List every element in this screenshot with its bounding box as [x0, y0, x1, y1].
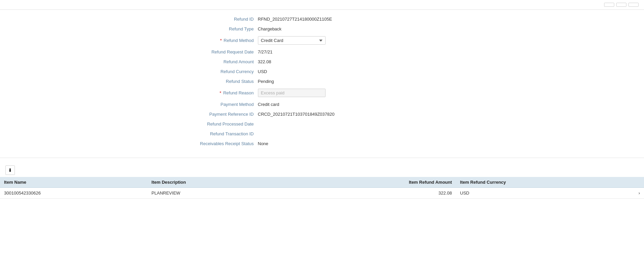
table-cell-3: USD	[456, 188, 634, 199]
form-row: Refund StatusPending	[170, 79, 474, 84]
form-label-refund-processed-date: Refund Processed Date	[170, 121, 258, 127]
form-label-refund-id: Refund ID	[170, 17, 258, 22]
form-row: Receivables Receipt StatusNone	[170, 141, 474, 146]
table-column-0: Item Name	[0, 177, 147, 188]
table-header: Item NameItem DescriptionItem Refund Amo…	[0, 177, 644, 188]
table-column-1: Item Description	[147, 177, 287, 188]
void-refund-button[interactable]	[628, 3, 639, 7]
table-cell-2: 322.08	[287, 188, 456, 199]
form-label-refund-status: Refund Status	[170, 79, 258, 84]
table-column-2: Item Refund Amount	[287, 177, 456, 188]
form-row: Refund IDRFND_20210727T214180000Z1105E	[170, 17, 474, 22]
form-label-payment-reference-id: Payment Reference ID	[170, 112, 258, 117]
form-value-refund-id: RFND_20210727T214180000Z1105E	[258, 17, 332, 22]
form-value-receivables-receipt-status: None	[258, 141, 268, 146]
form-label-refund-reason: * Refund Reason	[170, 90, 258, 95]
form-row: Refund Processed Date	[170, 121, 474, 127]
form-row: Refund Transaction ID	[170, 131, 474, 136]
form-label-refund-request-date: Refund Request Date	[170, 49, 258, 54]
form-label-refund-transaction-id: Refund Transaction ID	[170, 131, 258, 136]
table-column-3: Item Refund Currency	[456, 177, 634, 188]
table-cell-1: PLANREVIEW	[147, 188, 287, 199]
refund-reason-input[interactable]	[258, 89, 326, 97]
form-value-refund-request-date: 7/27/21	[258, 49, 272, 54]
table-cell-0: 3001005423306​26	[0, 188, 147, 199]
top-bar	[0, 0, 644, 10]
form-row: Payment MethodCredit card	[170, 102, 474, 107]
cancel-button[interactable]	[604, 3, 614, 7]
form-value-refund-currency: USD	[258, 69, 267, 74]
refund-method-select[interactable]: Credit CardCheckWire Transfer	[258, 36, 326, 45]
form-label-refund-method: * Refund Method	[170, 38, 258, 43]
row-navigate-arrow[interactable]: ›	[634, 188, 644, 199]
refund-lines-section-title	[0, 158, 644, 163]
form-label-receivables-receipt-status: Receivables Receipt Status	[170, 141, 258, 146]
download-button[interactable]: ⬇	[5, 165, 15, 175]
form-value-refund-amount: 322.08	[258, 59, 271, 64]
table-row[interactable]: 3001005423306​26PLANREVIEW322.08USD›	[0, 188, 644, 199]
form-value-refund-status: Pending	[258, 79, 274, 84]
form-value-refund-type: Chargeback	[258, 26, 282, 31]
refund-detail-form: Refund IDRFND_20210727T214180000Z1105ERe…	[170, 10, 474, 154]
form-label-refund-currency: Refund Currency	[170, 69, 258, 74]
refund-lines-table: Item NameItem DescriptionItem Refund Amo…	[0, 177, 644, 199]
form-value-payment-reference-id: CRCD_20210721T103701849Z037820	[258, 112, 335, 117]
refund-lines-toolbar: ⬇	[0, 163, 644, 177]
table-column-arrow	[634, 177, 644, 188]
form-row: Refund CurrencyUSD	[170, 69, 474, 74]
form-row: Refund TypeChargeback	[170, 26, 474, 31]
table-body: 3001005423306​26PLANREVIEW322.08USD›	[0, 188, 644, 199]
required-indicator: *	[219, 90, 222, 95]
form-row: Refund Amount322.08	[170, 59, 474, 64]
form-label-refund-amount: Refund Amount	[170, 59, 258, 64]
form-row: * Refund MethodCredit CardCheckWire Tran…	[170, 36, 474, 45]
process-refund-button[interactable]	[616, 3, 626, 7]
form-label-refund-type: Refund Type	[170, 26, 258, 31]
form-row: * Refund Reason	[170, 89, 474, 97]
form-value-payment-method: Credit card	[258, 102, 280, 107]
form-row: Refund Request Date7/27/21	[170, 49, 474, 54]
download-icon: ⬇	[8, 167, 12, 173]
required-indicator: *	[220, 38, 223, 43]
form-label-payment-method: Payment Method	[170, 102, 258, 107]
top-buttons	[604, 3, 639, 7]
table-header-row: Item NameItem DescriptionItem Refund Amo…	[0, 177, 644, 188]
form-row: Payment Reference IDCRCD_20210721T103701…	[170, 112, 474, 117]
